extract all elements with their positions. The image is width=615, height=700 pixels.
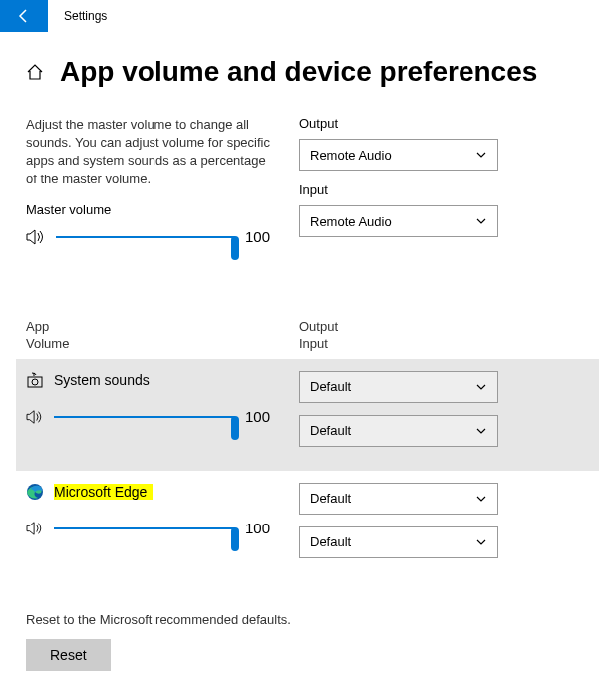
chevron-down-icon bbox=[475, 149, 487, 161]
app-output-dropdown[interactable]: Default bbox=[299, 483, 498, 515]
page-title: App volume and device preferences bbox=[60, 56, 537, 88]
app-volume-slider[interactable] bbox=[54, 405, 235, 429]
chevron-down-icon bbox=[475, 381, 487, 393]
edge-icon bbox=[26, 483, 44, 501]
chevron-down-icon bbox=[475, 215, 487, 227]
chevron-down-icon bbox=[475, 536, 487, 548]
column-header-output: Output bbox=[299, 319, 498, 336]
app-volume-slider[interactable] bbox=[54, 517, 235, 540]
back-button[interactable] bbox=[0, 0, 48, 32]
master-volume-slider[interactable] bbox=[56, 225, 235, 249]
speaker-icon[interactable] bbox=[26, 409, 44, 425]
app-input-dropdown[interactable]: Default bbox=[299, 526, 498, 558]
master-volume-value: 100 bbox=[245, 228, 275, 245]
speaker-icon[interactable] bbox=[26, 521, 44, 536]
window-title: Settings bbox=[48, 9, 107, 23]
app-row: Microsoft Edge 100 Default Default bbox=[16, 471, 599, 582]
app-input-dropdown[interactable]: Default bbox=[299, 415, 498, 447]
app-input-value: Default bbox=[310, 534, 351, 549]
app-input-value: Default bbox=[310, 423, 351, 438]
app-name: Microsoft Edge bbox=[54, 484, 153, 500]
app-row: System sounds 100 Default Default bbox=[16, 359, 599, 471]
reset-description: Reset to the Microsoft recommended defau… bbox=[26, 612, 589, 627]
output-label: Output bbox=[299, 116, 498, 131]
app-output-dropdown[interactable]: Default bbox=[299, 371, 498, 403]
arrow-left-icon bbox=[16, 8, 32, 24]
app-output-value: Default bbox=[310, 491, 351, 506]
home-icon[interactable] bbox=[26, 63, 44, 81]
page-description: Adjust the master volume to change all s… bbox=[26, 116, 275, 188]
column-header-volume: Volume bbox=[26, 336, 275, 353]
app-volume-value: 100 bbox=[245, 520, 275, 536]
app-output-value: Default bbox=[310, 379, 351, 394]
app-name: System sounds bbox=[54, 372, 150, 388]
input-label: Input bbox=[299, 182, 498, 197]
input-device-value: Remote Audio bbox=[310, 214, 392, 229]
output-device-value: Remote Audio bbox=[310, 148, 392, 163]
output-device-dropdown[interactable]: Remote Audio bbox=[299, 139, 498, 171]
input-device-dropdown[interactable]: Remote Audio bbox=[299, 205, 498, 237]
svg-point-1 bbox=[32, 379, 38, 385]
column-header-app: App bbox=[26, 319, 275, 336]
column-header-input: Input bbox=[299, 336, 498, 353]
reset-button[interactable]: Reset bbox=[26, 639, 111, 671]
master-volume-label: Master volume bbox=[26, 202, 275, 217]
app-volume-value: 100 bbox=[245, 408, 275, 425]
speaker-icon[interactable] bbox=[26, 228, 46, 246]
chevron-down-icon bbox=[475, 425, 487, 437]
system-sounds-icon bbox=[26, 371, 44, 389]
chevron-down-icon bbox=[475, 493, 487, 505]
